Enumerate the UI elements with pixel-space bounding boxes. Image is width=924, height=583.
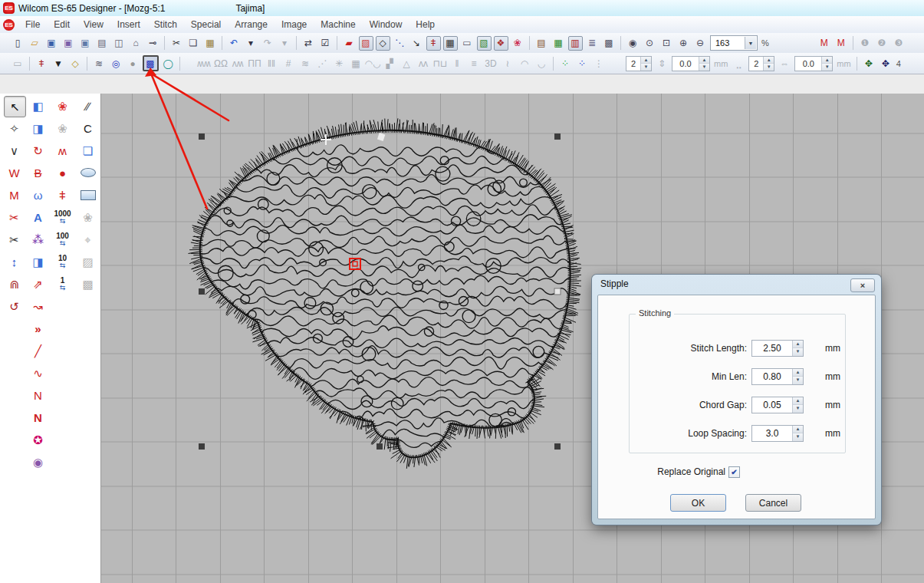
show-outlines-icon[interactable]: ◇ <box>376 36 390 51</box>
run-stitch-tool[interactable]: W <box>4 163 25 183</box>
menu-image[interactable]: Image <box>275 17 314 32</box>
menu-insert[interactable]: Insert <box>110 17 147 32</box>
spinner-up-icon[interactable]: ▲ <box>793 341 803 349</box>
spinner-up-icon[interactable]: ▲ <box>822 57 832 64</box>
stitch-tatami-icon[interactable]: # <box>281 56 296 71</box>
selection-handle[interactable] <box>199 288 205 295</box>
bitmap-mode-icon[interactable]: ▤ <box>534 36 549 51</box>
design-properties-icon[interactable]: ▩ <box>602 36 617 51</box>
rotate-tool[interactable]: ↻ <box>28 140 48 160</box>
manual-spacing-icon[interactable]: ⁘ <box>575 56 590 71</box>
fill-solid-icon[interactable]: ● <box>126 56 140 71</box>
menu-edit[interactable]: Edit <box>47 17 77 32</box>
stitch-loop-icon[interactable]: ΩΩ <box>214 56 229 71</box>
stitch-chevron-fill-icon[interactable]: ʌʌ <box>416 56 431 71</box>
n-fill-stitch-tool[interactable]: N <box>28 407 48 427</box>
open-design-icon[interactable]: ▱ <box>28 36 42 51</box>
bean-stitch-tool[interactable]: ● <box>52 163 73 183</box>
stitch-count-spinner[interactable]: 2▲▼ <box>748 56 774 71</box>
row-spacing-icon-icon[interactable]: ⇕ <box>655 56 669 71</box>
undo-dropdown-icon[interactable]: ▾ <box>244 36 258 51</box>
chevron-down-icon[interactable]: ▼ <box>745 37 756 49</box>
stitch-3d-fill-icon[interactable]: 3D <box>484 56 498 71</box>
spinner-down-icon[interactable]: ▼ <box>793 348 803 356</box>
cut-needle-tool[interactable]: ✂ <box>4 229 25 249</box>
menu-arrange[interactable]: Arrange <box>228 17 275 32</box>
stitch-cloud-a-icon[interactable]: ◠ <box>518 56 532 71</box>
radial-stitch-tool[interactable]: ◉ <box>28 452 48 472</box>
spinner-up-icon[interactable]: ▲ <box>793 369 803 377</box>
stipple-fill-icon[interactable]: ▩ <box>143 55 159 71</box>
selection-handle[interactable] <box>199 443 205 450</box>
stitch-e-stitch-icon[interactable]: ΠΠ <box>248 56 262 71</box>
circle-star-stitch-tool[interactable]: ✪ <box>28 430 48 450</box>
send-to-machine-icon[interactable]: ⌂ <box>129 36 143 51</box>
selection-handle[interactable] <box>377 443 383 450</box>
redo-dropdown-icon[interactable]: ▾ <box>278 36 292 51</box>
arrow-stitch-tool[interactable]: » <box>28 318 48 338</box>
bead-stitch-tool[interactable]: ↝ <box>28 296 48 316</box>
stitch-bracket-fill-icon[interactable]: ⊓⊔ <box>433 56 448 71</box>
menu-window[interactable]: Window <box>363 17 409 32</box>
show-needle-points-icon[interactable]: ⋱ <box>393 36 407 51</box>
spacing-100[interactable]: 100⇆ <box>52 229 73 249</box>
spinner-down-icon[interactable]: ▼ <box>764 64 774 71</box>
new-document-icon[interactable]: ▯ <box>11 36 25 51</box>
auto-scroll-icon[interactable]: ⇄ <box>301 36 316 51</box>
column-spacing-icon-icon[interactable]: ⇔ <box>778 56 792 71</box>
redo-icon[interactable]: ↷ <box>261 36 275 51</box>
stitch-motif-fill-icon[interactable]: ✳ <box>332 56 347 71</box>
zoom-out-icon[interactable]: ⊖ <box>693 36 708 51</box>
menu-help[interactable]: Help <box>409 17 442 32</box>
zoom-factor-icon[interactable]: ◉ <box>626 36 640 51</box>
selection-handle[interactable] <box>554 133 561 140</box>
stitch-zigzag-icon[interactable]: ʍʍ <box>197 56 212 71</box>
reshape-letter-tool[interactable]: ◨ <box>28 252 48 272</box>
stitch-curved-fill-icon[interactable]: ◠◡ <box>366 56 380 71</box>
remove-overlaps-tool[interactable]: B <box>28 163 48 183</box>
import-machine-file-icon[interactable]: ▣ <box>78 36 93 51</box>
pull-comp-count-spinner[interactable]: 2▲▼ <box>626 56 652 71</box>
spinner-up-icon[interactable]: ▲ <box>764 57 774 64</box>
reshape-object[interactable]: ◧ <box>28 96 48 116</box>
menu-special[interactable]: Special <box>184 17 228 32</box>
textured-fill-tool[interactable]: ω <box>28 185 48 205</box>
lettering-tool[interactable]: A <box>28 207 48 227</box>
zoom-level-combo[interactable]: 163▼ <box>710 35 758 51</box>
show-bitmap-icon[interactable]: ▧ <box>477 36 492 51</box>
show-connectors-icon[interactable]: ↘ <box>409 36 424 51</box>
stitch-fur-effect-icon[interactable]: ≀ <box>501 56 515 71</box>
spinner-up-icon[interactable]: ▲ <box>793 397 803 406</box>
move-design-2-icon[interactable]: ✥ <box>878 56 893 71</box>
menu-view[interactable]: View <box>77 17 110 32</box>
edit-machine-function-icon[interactable]: M <box>834 36 848 51</box>
parallel-lines-tool[interactable]: ∕∕ <box>77 96 98 116</box>
menu-machine[interactable]: Machine <box>314 17 362 32</box>
stitch-length-input[interactable]: 2.50▲▼ <box>751 340 804 357</box>
auto-spacing-icon[interactable]: ⁘ <box>558 56 573 71</box>
select-tool[interactable]: ↖ <box>4 96 26 117</box>
shape-cut-tool[interactable]: ❏ <box>77 140 98 160</box>
straight-stitch-tool[interactable]: ╱ <box>28 341 48 361</box>
show-vectors-icon[interactable]: ❖ <box>494 36 508 51</box>
replace-original-checkbox[interactable]: ✔ <box>728 466 740 478</box>
move-design-1-icon[interactable]: ✥ <box>861 56 876 71</box>
penetrations-tool-icon[interactable]: ǂ <box>35 56 49 71</box>
flower-gray-tool[interactable]: ❀ <box>77 207 98 227</box>
ok-button[interactable]: OK <box>670 494 726 512</box>
thread-colors-icon[interactable]: ▦ <box>551 36 566 51</box>
hoop-layout-icon[interactable]: ▭ <box>11 56 25 71</box>
show-hatch-icon[interactable]: ▨ <box>359 36 373 51</box>
stitch-edit-tool[interactable]: M <box>4 185 25 205</box>
color-film-icon[interactable]: ▥ <box>568 36 583 51</box>
show-hoop-icon[interactable]: ▭ <box>460 36 475 51</box>
stitch-weave-fill-icon[interactable]: ▦ <box>349 56 363 71</box>
pencil-dart-icon[interactable]: ▼ <box>51 56 66 71</box>
reshape-fill[interactable]: ◨ <box>28 118 48 138</box>
spinner-up-icon[interactable]: ▲ <box>793 426 803 434</box>
print-icon[interactable]: ▤ <box>95 36 110 51</box>
add-points-icon[interactable]: ◇ <box>68 56 83 71</box>
hoop-position-2-icon[interactable]: ❷ <box>874 36 889 51</box>
stitch-list-icon[interactable]: ≋ <box>92 56 107 71</box>
n-outline-stitch-tool[interactable]: N <box>28 385 48 405</box>
